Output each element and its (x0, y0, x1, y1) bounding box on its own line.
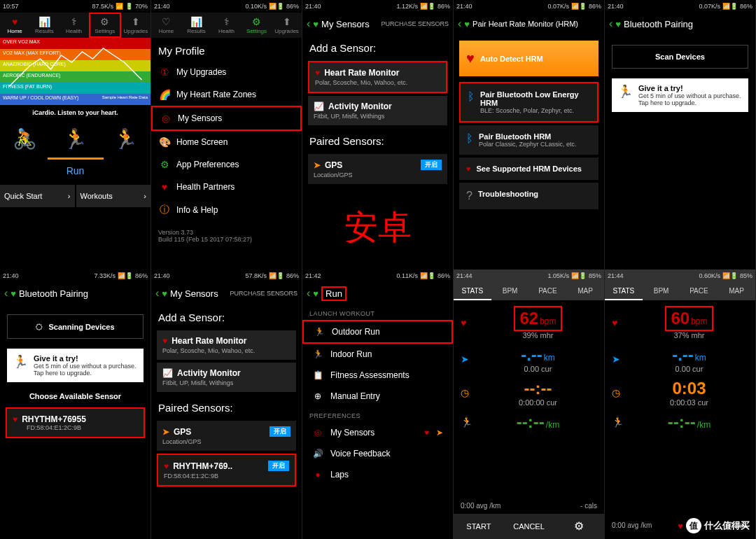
palette-icon: 🎨 (158, 136, 171, 148)
scanning-button[interactable]: ◌Scanning Devices (7, 314, 144, 339)
stats-tabs: STATS BPM PACE MAP (454, 282, 604, 300)
screen-workout-stats-2: 21:44 0.60K/s📶🔋85% STATS BPM PACE MAP ♥6… (605, 270, 756, 539)
bt-card[interactable]: ᛒ Pair Bluetooth HRMPolar Classic, Zephy… (459, 125, 598, 155)
gps-card[interactable]: ➤GPS开启 Location/GPS (157, 421, 296, 451)
item-home-screen[interactable]: 🎨Home Screen (151, 131, 302, 153)
back-icon[interactable]: ‹ (307, 287, 310, 300)
time-value: 0:03 (672, 379, 706, 398)
activity-icon: 📈 (162, 368, 173, 378)
troubleshoot-card[interactable]: ? Troubleshooting (459, 183, 598, 209)
run-label: Run (0, 160, 150, 182)
tab-settings[interactable]: ⚙Settings (241, 13, 272, 38)
chevron-right-icon: › (144, 192, 146, 200)
activity-monitor-card[interactable]: 📈Activity Monitor Fitbit, UP, Misfit, Wi… (308, 96, 447, 125)
back-icon[interactable]: ‹ (307, 18, 310, 30)
auto-detect-button[interactable]: ♥ Auto Detect HRM (459, 41, 598, 76)
status-badge: 开启 (421, 160, 442, 170)
item-info-help[interactable]: ⓘInfo & Help (151, 198, 302, 222)
purchase-link[interactable]: PURCHASE SENSORS (381, 20, 449, 27)
gps-card[interactable]: ➤GPS开启 Location/GPS (308, 154, 447, 184)
walk-icon[interactable]: 🏃 (113, 127, 138, 150)
distance-value: -.-- (672, 345, 694, 364)
tab-settings[interactable]: ⚙Settings (89, 13, 121, 38)
tab-map[interactable]: MAP (718, 282, 755, 300)
tab-bpm[interactable]: BPM (643, 282, 680, 300)
fitness-assessments[interactable]: 📋Fitness Assessments (302, 365, 453, 386)
clipboard-icon: 📋 (312, 370, 323, 380)
wifi-icon: 📶 (115, 3, 123, 10)
bpm-value: 60 (671, 309, 690, 328)
heart-icon: ♥ (313, 288, 318, 299)
ble-card[interactable]: ᛒ Pair Bluetooth Low Energy HRMBLE: Scos… (459, 82, 598, 122)
tab-pace[interactable]: PACE (529, 282, 567, 300)
settings-button[interactable]: ⚙ (554, 514, 604, 539)
tab-pace[interactable]: PACE (680, 282, 718, 300)
status-bar: 21:40 0.07K/s📶🔋86% (605, 0, 755, 13)
status-badge: 开启 (268, 461, 289, 471)
item-health-partners[interactable]: ♥Health Partners (151, 176, 302, 198)
hrm-card[interactable]: ♥Heart Rate Monitor Polar, Scosche, Mio,… (308, 61, 447, 93)
tab-health[interactable]: ⚕Health (59, 13, 88, 38)
clock-icon: ◷ (461, 387, 472, 398)
tab-results[interactable]: 📊Results (29, 13, 59, 38)
quick-start-button[interactable]: Quick Start› (0, 185, 75, 207)
tab-upgrades[interactable]: ⬆Upgrades (121, 13, 150, 38)
found-device[interactable]: ♥RHYTHM+76955 FD:58:04:E1:2C:9B (6, 407, 145, 438)
tab-health[interactable]: ⚕Health (211, 13, 241, 38)
person-icon: 🏃 (13, 354, 28, 377)
heart-icon: ♥ (315, 68, 320, 78)
back-icon[interactable]: ‹ (155, 287, 159, 300)
tab-stats[interactable]: STATS (454, 282, 491, 300)
choose-title: Choose Available Sensor (0, 388, 150, 405)
heart-icon: ♥ (162, 288, 167, 299)
status-badge: 开启 (270, 426, 290, 437)
add-sensor-title: Add a Sensor: (151, 304, 302, 328)
hr-chart-line (0, 38, 150, 105)
bike-icon[interactable]: 🚴 (13, 127, 37, 150)
back-icon[interactable]: ‹ (609, 18, 612, 30)
cancel-button[interactable]: CANCEL (504, 514, 554, 539)
tab-upgrades[interactable]: ⬆Upgrades (272, 13, 302, 38)
back-icon[interactable]: ‹ (4, 287, 8, 300)
hrm-card[interactable]: ♥Heart Rate Monitor Polar, Scosche, Mio,… (157, 330, 296, 360)
activity-monitor-card[interactable]: 📈Activity Monitor Fitbit, UP, Misfit, Wi… (157, 363, 296, 392)
try-card[interactable]: 🏃 Give it a try!Get 5 min of use without… (612, 78, 748, 112)
indoor-run[interactable]: 🏃Indoor Run (302, 344, 453, 365)
manual-entry[interactable]: ⊕Manual Entry (302, 386, 453, 407)
item-upgrades[interactable]: ①My Upgrades (151, 61, 302, 83)
tab-map[interactable]: MAP (566, 282, 604, 300)
bluetooth-icon: ᛒ (466, 132, 473, 145)
item-hr-zones[interactable]: 🌈My Heart Rate Zones (151, 83, 302, 106)
back-icon[interactable]: ‹ (458, 18, 461, 30)
screen-run-menu: 21:42 0.11K/s📶🔋86% ‹ ♥ Run LAUNCH WORKOU… (302, 270, 454, 539)
pref-sensors[interactable]: ◎My Sensors♥➤ (302, 422, 453, 443)
start-button[interactable]: START (454, 514, 504, 539)
stats-tabs: STATS BPM PACE MAP (605, 282, 755, 300)
status-bar: 21:40 0.10K/s📶🔋86% (151, 0, 302, 13)
try-card[interactable]: 🏃 Give it a try!Get 5 min of use without… (7, 349, 144, 382)
workouts-button[interactable]: Workouts› (76, 185, 151, 207)
purchase-link[interactable]: PURCHASE SENSORS (230, 290, 298, 297)
item-app-prefs[interactable]: ⚙App Preferences (151, 153, 302, 176)
activity-picker[interactable]: 🚴 🏃 🏃 (0, 120, 150, 158)
tab-home[interactable]: ♡Home (151, 13, 181, 38)
screen-profile: 21:40 0.10K/s📶🔋86% ♡Home 📊Results ⚕Healt… (151, 0, 302, 270)
tab-results[interactable]: 📊Results (181, 13, 211, 38)
pref-laps[interactable]: ●Laps (302, 464, 453, 485)
run-icon[interactable]: 🏃 (63, 127, 88, 150)
pace-icon: 🏃 (461, 416, 472, 428)
scan-devices-button[interactable]: Scan Devices (612, 45, 748, 69)
tab-bpm[interactable]: BPM (491, 282, 529, 300)
supported-card[interactable]: ♥ See Supported HRM Devices (459, 158, 598, 180)
pref-voice[interactable]: 🔊Voice Feedback (302, 443, 453, 464)
gps-icon: ➤ (314, 160, 321, 170)
footer-stats: 0:00 avg /km - cals (454, 498, 604, 514)
item-sensors[interactable]: ◎My Sensors (151, 106, 302, 131)
tab-stats[interactable]: STATS (605, 282, 643, 300)
heart-icon: ♥ (461, 317, 472, 328)
gps-icon: ➤ (162, 427, 169, 437)
tab-home[interactable]: ♥Home (0, 13, 29, 38)
outdoor-run[interactable]: 🏃Outdoor Run (302, 320, 453, 344)
rhythm-card[interactable]: ♥RHYTHM+769..开启 FD:58:04:E1:2C:9B (157, 454, 296, 486)
run-icon: 🏃 (312, 349, 323, 359)
